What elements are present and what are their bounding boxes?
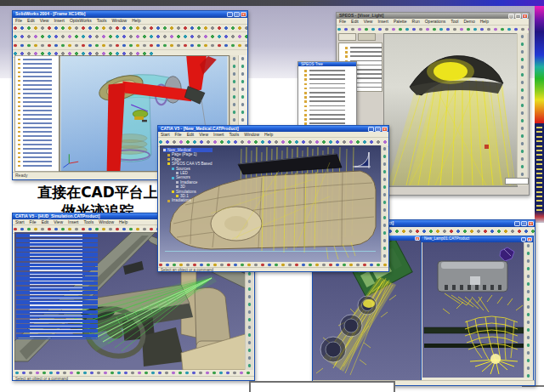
- menu-start[interactable]: Start: [15, 219, 25, 224]
- menu-file[interactable]: File: [339, 19, 346, 24]
- menu-edit[interactable]: Edit: [42, 219, 49, 224]
- lamp-child-title: New_Lamp01.CATProduct: [424, 236, 469, 241]
- tab-view[interactable]: [338, 33, 356, 41]
- hud-window-title: CATIA V5 - [HUD_Simulation.CATProduct]: [15, 213, 99, 219]
- menu-optisworks[interactable]: OptisWorks: [70, 18, 92, 23]
- tab-settings[interactable]: [358, 33, 376, 41]
- hud-feature-tree-selected[interactable]: [16, 234, 101, 339]
- seat: [195, 287, 230, 347]
- visor-menubar[interactable]: FileEditViewInsertPaletteRunOperationsTo…: [337, 19, 529, 26]
- visor-ray-render: [384, 34, 517, 186]
- menu-insert[interactable]: Insert: [377, 19, 388, 24]
- legend-text-strip: [535, 123, 544, 223]
- menu-tools[interactable]: Tools: [230, 132, 240, 137]
- menu-help[interactable]: Help: [119, 219, 128, 224]
- menu-edit[interactable]: Edit: [351, 19, 359, 24]
- menu-view[interactable]: View: [54, 219, 63, 224]
- close-button[interactable]: ×: [415, 236, 420, 241]
- lamp-child-titlebar[interactable]: New_Lamp01.CATProduct _ ×: [422, 236, 533, 242]
- catia-right-toolstrip[interactable]: [381, 145, 388, 262]
- palette-title: SPEOS Tree: [301, 62, 323, 66]
- speos-tree-palette[interactable]: SPEOS Tree: [298, 61, 357, 131]
- menu-tool[interactable]: Tool: [450, 19, 458, 24]
- minimize-button[interactable]: _: [514, 221, 520, 226]
- menu-insert[interactable]: Insert: [68, 219, 79, 224]
- menu-tools[interactable]: Tools: [97, 18, 107, 23]
- caption-line-1: 直接在CAD平台上: [19, 183, 177, 202]
- menu-file[interactable]: File: [15, 18, 22, 23]
- visor-view-tabs[interactable]: [338, 33, 376, 41]
- feature-tree-panel[interactable]: [14, 55, 60, 172]
- marker-dot: [484, 145, 489, 149]
- visor-viewport[interactable]: [383, 33, 518, 187]
- catia-medical-window[interactable]: CATIA V5 - [New_Medical.CATProduct] _ □ …: [157, 125, 389, 272]
- projector-housing: [438, 261, 507, 292]
- menu-operations[interactable]: Operations: [425, 19, 445, 24]
- standard-toolbar[interactable]: [13, 25, 247, 32]
- status-text: Ready: [15, 173, 27, 178]
- beam-hotspot: [363, 299, 375, 308]
- menu-help[interactable]: Help: [264, 132, 273, 137]
- menu-window[interactable]: Window: [244, 132, 259, 137]
- ground-line: [165, 251, 376, 252]
- palette-titlebar[interactable]: SPEOS Tree: [298, 62, 356, 66]
- catia-window-title: CATIA V5 - [New_Medical.CATProduct]: [161, 126, 239, 131]
- palette-tree[interactable]: [298, 66, 356, 128]
- visor-coord-field[interactable]: [505, 178, 529, 185]
- menu-help[interactable]: Help: [480, 19, 489, 24]
- optics-toolbar[interactable]: [13, 32, 247, 42]
- close-button[interactable]: ×: [527, 237, 532, 241]
- slide: 直接在CAD平台上 做光迹追踪 SPEOS - [Visor_Light] _ …: [0, 0, 544, 392]
- lamp-child-viewport[interactable]: [422, 242, 526, 378]
- top-gradient-band: [0, 0, 544, 6]
- visor-window-title: SPEOS - [Visor_Light]: [339, 13, 383, 18]
- menu-run[interactable]: Run: [412, 19, 420, 24]
- bottom-placeholder-box: [249, 381, 395, 392]
- catia-titlebar[interactable]: CATIA V5 - [New_Medical.CATProduct] _ □ …: [158, 126, 388, 132]
- hotspot: [434, 62, 468, 81]
- menu-edit[interactable]: Edit: [187, 132, 195, 137]
- menu-insert[interactable]: Insert: [213, 132, 224, 137]
- status-text: Select an object or a command: [15, 377, 68, 380]
- menu-window[interactable]: Window: [99, 219, 114, 224]
- tree-item[interactable]: Irradiations: [172, 198, 191, 202]
- menu-help[interactable]: Help: [132, 18, 140, 23]
- lamp-child-window[interactable]: New_Lamp01.CATProduct _ ×: [421, 236, 534, 382]
- rainbow-colorbar: [535, 6, 544, 123]
- lightpipe-render: [422, 242, 526, 378]
- catia-statusbar: Select an object or a command: [158, 267, 388, 271]
- menu-view[interactable]: View: [40, 18, 49, 23]
- close-button[interactable]: ×: [528, 221, 534, 226]
- menu-file[interactable]: File: [30, 219, 37, 224]
- minimize-button[interactable]: _: [227, 12, 233, 17]
- menu-palette[interactable]: Palette: [394, 19, 407, 24]
- menu-tools[interactable]: Tools: [84, 219, 94, 224]
- menu-view[interactable]: View: [199, 132, 208, 137]
- catia-viewport[interactable]: New_Medical Page (Page 1) Page SPEOS CAA…: [160, 145, 381, 262]
- close-button[interactable]: ×: [241, 12, 246, 17]
- catia-spec-tree[interactable]: New_Medical Page (Page 1) Page SPEOS CAA…: [163, 148, 212, 203]
- hud-statusbar: Select an object or a command: [13, 376, 254, 380]
- catia-menubar[interactable]: StartFileEditViewInsertToolsWindowHelp: [158, 132, 388, 138]
- solidworks-titlebar[interactable]: SolidWorks 2004 - [Frame XC145b] _ □ ×: [13, 11, 247, 18]
- view-toolbar[interactable]: [13, 42, 247, 50]
- solidworks-window-title: SolidWorks 2004 - [Frame XC145b]: [15, 11, 85, 16]
- minimize-button[interactable]: _: [521, 237, 526, 241]
- menu-window[interactable]: Window: [111, 18, 127, 23]
- menu-start[interactable]: Start: [161, 132, 170, 137]
- status-text: Select an object or a command: [161, 268, 213, 271]
- menu-edit[interactable]: Edit: [27, 18, 35, 23]
- solidworks-menubar[interactable]: FileEditViewInsertOptisWorksToolsWindowH…: [13, 18, 247, 25]
- menu-view[interactable]: View: [364, 19, 373, 24]
- lamp-right-toolstrip[interactable]: [524, 242, 532, 378]
- visor-right-toolstrip[interactable]: [517, 33, 527, 185]
- visor-titlebar[interactable]: SPEOS - [Visor_Light] _ □ ×: [337, 13, 529, 19]
- burst-glow: [490, 354, 501, 364]
- menu-demo[interactable]: Demo: [463, 19, 474, 24]
- menu-insert[interactable]: Insert: [54, 18, 65, 23]
- maximize-button[interactable]: □: [234, 12, 240, 17]
- menu-file[interactable]: File: [175, 132, 182, 137]
- maximize-button[interactable]: □: [521, 221, 527, 226]
